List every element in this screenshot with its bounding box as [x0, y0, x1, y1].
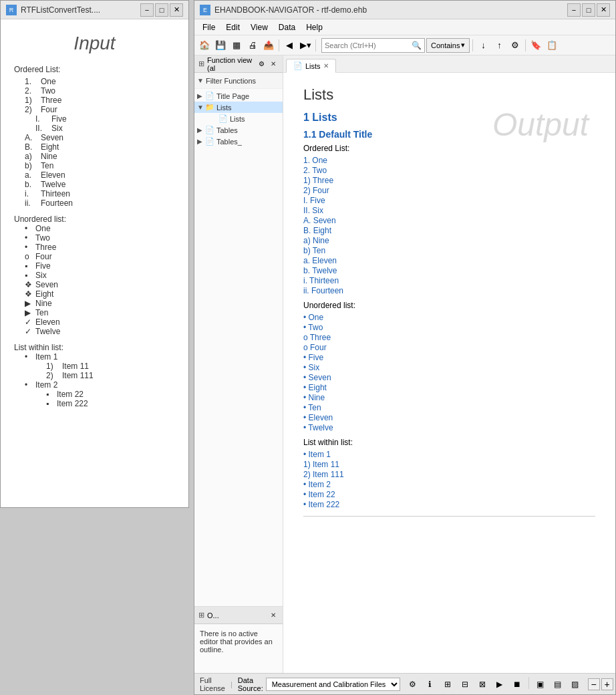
tree-item-title-page[interactable]: ▶ 📄 Title Page — [194, 90, 283, 102]
doc-list-item[interactable]: • Item 1 — [303, 450, 595, 459]
status-grid3-button[interactable]: ⊠ — [475, 677, 490, 692]
doc-list-item[interactable]: ii. Fourteen — [303, 286, 595, 295]
doc-list-item[interactable]: • Nine — [303, 393, 595, 402]
doc-list-item[interactable]: a. Eleven — [303, 256, 595, 265]
tree-item-tables-alt[interactable]: ▶ 📄 Tables_ — [194, 136, 283, 147]
function-panel-header: ⊞ Function view (al ⚙ ✕ — [194, 55, 283, 73]
list-item: ✓Twelve — [25, 327, 175, 336]
status-grid1-button[interactable]: ⊞ — [440, 677, 455, 692]
status-layout3-button[interactable]: ▨ — [568, 677, 583, 692]
list-item: 2)Four — [25, 105, 175, 114]
search-input[interactable] — [325, 41, 412, 49]
doc-list-item[interactable]: 1. One — [303, 156, 595, 165]
list-item: i.Thirteen — [25, 189, 175, 198]
toolbar-fwd-dropdown[interactable]: ▶▾ — [298, 38, 313, 53]
toolbar-back-button[interactable]: ◀ — [282, 38, 297, 53]
menu-file[interactable]: File — [197, 21, 220, 33]
outline-panel-buttons: ✕ — [268, 610, 279, 621]
toolbar-save-button[interactable]: 💾 — [213, 38, 228, 53]
zoom-in-button[interactable]: + — [601, 678, 613, 690]
doc-list-item[interactable]: • Eight — [303, 383, 595, 392]
menu-help[interactable]: Help — [301, 21, 328, 33]
list-item: ▪Item 222 — [25, 399, 175, 408]
list-item: 1.One — [25, 77, 175, 86]
status-grid2-button[interactable]: ⊟ — [458, 677, 472, 692]
zoom-out-button[interactable]: − — [588, 678, 600, 690]
datasource-select[interactable]: Measurement and Calibration Files — [266, 678, 400, 691]
menu-view[interactable]: View — [245, 21, 273, 33]
toolbar-grid-button[interactable]: ▦ — [229, 38, 244, 53]
minimize-button[interactable]: − — [140, 3, 154, 17]
doc-list-item[interactable]: • Ten — [303, 403, 595, 412]
outline-panel: ⊞ O... ✕ There is no active editor that … — [194, 606, 283, 673]
input-title: Input — [14, 33, 175, 54]
doc-list-item[interactable]: • Two — [303, 323, 595, 332]
doc-list-item[interactable]: o Four — [303, 343, 595, 352]
doc-list-item[interactable]: • Twelve — [303, 423, 595, 432]
status-settings-button[interactable]: ⚙ — [406, 677, 420, 692]
doc-list-item[interactable]: I. Five — [303, 196, 595, 205]
left-window: R RTFListConvertTest.... − □ ✕ Input Ord… — [0, 0, 189, 508]
tree-item-lists-child[interactable]: 📄 Lists — [194, 113, 283, 124]
menu-edit[interactable]: Edit — [220, 21, 245, 33]
doc-list-item[interactable]: i. Thirteen — [303, 276, 595, 285]
tree-item-lists[interactable]: ▼ 📁 Lists — [194, 102, 283, 113]
tree-item-tables[interactable]: ▶ 📄 Tables — [194, 124, 283, 136]
status-stop-button[interactable]: ⏹ — [510, 677, 524, 692]
doc-list-item[interactable]: • Five — [303, 353, 595, 362]
status-layout2-button[interactable]: ▤ — [551, 677, 565, 692]
doc-list-item[interactable]: 1) Three — [303, 176, 595, 185]
doc-list-item[interactable]: • One — [303, 313, 595, 322]
toolbar-home-button[interactable]: 🏠 — [197, 38, 212, 53]
status-info-button[interactable]: ℹ — [423, 677, 438, 692]
main-content: 📄 Lists ✕ Output Lists 1 Lists 1.1 Defau… — [283, 55, 615, 673]
doc-list-item[interactable]: 2. Two — [303, 166, 595, 175]
toolbar-print-button[interactable]: 🖨 — [245, 38, 260, 53]
contains-dropdown[interactable]: Contains ▾ — [426, 38, 470, 53]
left-window-title: RTFListConvertTest.... — [21, 5, 140, 15]
toolbar-up-button[interactable]: ↑ — [492, 38, 506, 53]
doc-list-item[interactable]: • Item 222 — [303, 500, 595, 509]
function-panel-title: Function view (al — [207, 56, 253, 72]
folder-icon: 📁 — [205, 103, 214, 112]
outline-content: There is no active editor that provides … — [194, 624, 283, 673]
toolbar-settings-button[interactable]: ⚙ — [508, 38, 522, 53]
doc-list-item[interactable]: b. Twelve — [303, 266, 595, 275]
toolbar-bookmark-button[interactable]: 🔖 — [528, 38, 543, 53]
menu-data[interactable]: Data — [273, 21, 301, 33]
doc-list-item[interactable]: o Three — [303, 333, 595, 342]
doc-list-item[interactable]: • Seven — [303, 373, 595, 382]
doc-list-item[interactable]: A. Seven — [303, 216, 595, 225]
outline-panel-header: ⊞ O... ✕ — [194, 607, 283, 624]
panel-settings-button[interactable]: ⚙ — [256, 59, 267, 70]
rw-maximize-button[interactable]: □ — [582, 3, 595, 17]
toolbar-sep4 — [525, 39, 526, 51]
tab-lists[interactable]: 📄 Lists ✕ — [286, 59, 336, 73]
maximize-button[interactable]: □ — [155, 3, 168, 17]
toolbar-down-button[interactable]: ↓ — [476, 38, 490, 53]
status-layout1-button[interactable]: ▣ — [533, 677, 548, 692]
tree-view: ▶ 📄 Title Page ▼ 📁 Lists 📄 Lists — [194, 89, 283, 606]
doc-list-item[interactable]: 2) Item 111 — [303, 470, 595, 479]
list-item: ❖Seven — [25, 280, 175, 289]
doc-list-item[interactable]: b) Ten — [303, 246, 595, 255]
toolbar-share-button[interactable]: 📋 — [545, 38, 559, 53]
doc-list-item[interactable]: a) Nine — [303, 236, 595, 245]
outline-close-button[interactable]: ✕ — [268, 610, 279, 621]
rw-close-button[interactable]: ✕ — [597, 3, 610, 17]
toolbar-export-button[interactable]: 📤 — [261, 38, 276, 53]
tab-close-button[interactable]: ✕ — [323, 62, 329, 70]
doc-list-item[interactable]: • Eleven — [303, 413, 595, 422]
status-play-button[interactable]: ▶ — [492, 677, 507, 692]
doc-list-item[interactable]: B. Eight — [303, 226, 595, 235]
doc-list-item[interactable]: II. Six — [303, 206, 595, 215]
panel-close-button[interactable]: ✕ — [268, 59, 279, 70]
doc-list-item[interactable]: • Item 2 — [303, 480, 595, 489]
rw-minimize-button[interactable]: − — [567, 3, 581, 17]
close-button[interactable]: ✕ — [170, 3, 183, 17]
toolbar-sep2 — [315, 39, 316, 51]
doc-list-item[interactable]: • Item 22 — [303, 490, 595, 499]
doc-list-item[interactable]: 2) Four — [303, 186, 595, 195]
doc-list-item[interactable]: 1) Item 11 — [303, 460, 595, 469]
doc-list-item[interactable]: • Six — [303, 363, 595, 372]
